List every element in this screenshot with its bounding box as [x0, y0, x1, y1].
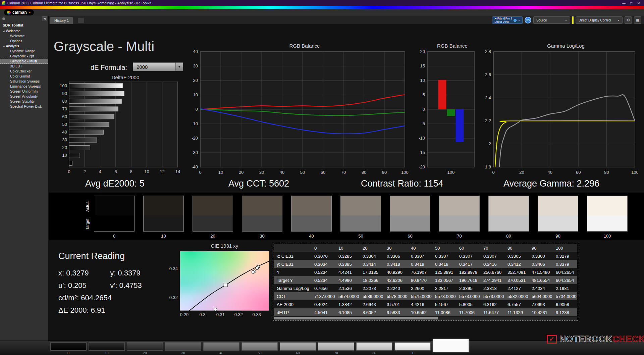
pattern-patch-80[interactable]: 80 — [356, 341, 393, 355]
sidebar-item-3d-lut[interactable]: 3D LUT — [0, 64, 48, 69]
svg-text:20: 20 — [193, 78, 198, 83]
patch-color — [165, 342, 201, 351]
svg-text:60: 60 — [62, 114, 67, 119]
table-row-cct: CCT7137.00005674.00005589.00005578.00005… — [274, 292, 577, 300]
pattern-patch-50[interactable]: 50 — [241, 341, 278, 355]
svg-text:30: 30 — [62, 137, 67, 142]
svg-text:40: 40 — [280, 170, 284, 175]
grayscale-swatch-60: 60 — [390, 196, 430, 239]
calman-logo-button[interactable]: calman ▼ — [4, 9, 34, 15]
minimize-button[interactable]: — — [621, 1, 627, 5]
swatch-actual-color — [291, 196, 331, 215]
close-button[interactable]: ✕ — [635, 1, 642, 5]
swatch-color-box — [94, 196, 135, 232]
sidebar-item-spectral-power-dist[interactable]: Spectral Power Dist. — [0, 104, 48, 109]
sidebar-item-screen-stability[interactable]: Screen Stability — [0, 99, 48, 104]
sidebar-item-grayscale-2pt[interactable]: Grayscale - 2pt — [0, 54, 48, 59]
source-select-button[interactable]: Source ▼ — [533, 16, 570, 24]
pattern-patch-30[interactable]: 30 — [165, 341, 202, 355]
sidebar-header: ◀ — [0, 16, 48, 22]
sidebar-item-screen-uniformity[interactable]: Screen Uniformity — [0, 89, 48, 94]
sidebar-item-welcome[interactable]: Welcome — [0, 34, 48, 39]
grayscale-swatch-50: 50 — [340, 196, 381, 239]
svg-text:12: 12 — [160, 169, 164, 174]
titlebar: Calman 2022 Calman Ultimate for Business… — [0, 0, 644, 6]
swatch-target-color — [94, 215, 134, 231]
table-row-label: CCT — [274, 292, 312, 300]
sidebar: ◀ SDR Toolkit ◢WelcomeWelcomeOptions◢Ana… — [0, 16, 49, 341]
svg-text:2: 2 — [489, 141, 491, 146]
table-cell: 8.6052 — [360, 308, 384, 316]
source-label: Source — [536, 18, 547, 22]
pattern-patch-0[interactable]: 0 — [50, 341, 87, 355]
table-row-deitp: dEITP4.50416.10858.60529.583310.656211.0… — [274, 308, 577, 316]
swatch-level-label: 80 — [488, 234, 529, 239]
reading-x: x: 0.3279 — [58, 267, 108, 279]
pattern-patch-90[interactable]: 90 — [394, 341, 431, 355]
sidebar-item-screen-angularity[interactable]: Screen Angularity — [0, 94, 48, 99]
display-control-select-button[interactable]: Direct Display Control ▼ — [576, 16, 623, 24]
pattern-patch-20[interactable]: 20 — [127, 341, 164, 355]
svg-text:20: 20 — [239, 170, 244, 175]
table-cell: 11.7006 — [457, 308, 481, 316]
table-cell: 274.2941 — [481, 276, 505, 284]
table-cell: 0.5234 — [312, 268, 336, 276]
table-row-label: Target Y — [274, 276, 312, 284]
pattern-patch-10[interactable]: 10 — [89, 341, 125, 355]
sidebar-title: SDR Toolkit — [0, 22, 48, 29]
table-cell: 80.9470 — [408, 276, 432, 284]
svg-text:0: 0 — [199, 170, 201, 175]
swatch-color-box — [587, 196, 628, 232]
swatch-target-color — [242, 215, 282, 231]
sidebar-item-color-gamut[interactable]: Color Gamut — [0, 74, 48, 79]
swatch-level-label: 20 — [193, 234, 233, 239]
pattern-patch-70[interactable]: 70 — [318, 341, 355, 355]
table-cell: 2.6943 — [360, 300, 384, 308]
pattern-patch-40[interactable]: 40 — [203, 341, 240, 355]
swatch-target-color — [341, 215, 381, 231]
svg-text:10: 10 — [144, 169, 149, 174]
pattern-patch-100[interactable] — [433, 341, 470, 355]
table-row-y: Y0.52344.424117.313540.929076.1907125.38… — [274, 268, 577, 276]
meter-select-button[interactable]: X-Rite i1Pro 2 Direct View ▼ — [492, 16, 523, 24]
reading-count-badge[interactable]: 227 — [525, 17, 531, 23]
table-cell: 40.9290 — [384, 268, 408, 276]
svg-text:40: 40 — [62, 130, 67, 135]
sidebar-item-colorchecker[interactable]: ColorChecker — [0, 69, 48, 74]
table-cell: 3.5701 — [384, 300, 408, 308]
maximize-button[interactable]: □ — [628, 1, 635, 5]
patch-level-label: 60 — [280, 351, 316, 355]
svg-text:2.4: 2.4 — [485, 95, 491, 100]
settings-button[interactable]: ⚙ — [625, 16, 632, 24]
scrollbar-thumb[interactable] — [274, 317, 438, 319]
table-row-label: ΔE 2000 — [274, 300, 312, 308]
sidebar-item-options[interactable]: Options — [0, 39, 48, 44]
sidebar-item-luminance-sweeps[interactable]: Luminance Sweeps — [0, 84, 48, 89]
calman-logo-icon — [7, 11, 11, 14]
de-formula-select[interactable]: 2000 ▼ — [133, 62, 183, 71]
svg-text:6: 6 — [114, 169, 117, 174]
svg-text:2: 2 — [84, 169, 86, 174]
deltae-chart: DeltaE 2000 0246810121410090807060504030… — [54, 74, 182, 177]
table-cell: 4.5041 — [312, 308, 336, 316]
table-header-cell: 20 — [360, 244, 384, 252]
sidebar-item-saturation-sweeps[interactable]: Saturation Sweeps — [0, 79, 48, 84]
grayscale-swatch-10: 10 — [143, 196, 184, 239]
pattern-window-button[interactable]: ▦ — [634, 16, 641, 24]
svg-text:40: 40 — [548, 170, 552, 175]
table-cell: 5575.0000 — [408, 292, 432, 300]
sidebar-item-grayscale-multi[interactable]: Grayscale - Multi — [0, 59, 48, 64]
swatch-level-label: 30 — [242, 234, 282, 239]
table-cell: 0.3417 — [457, 260, 481, 268]
sidebar-group-welcome[interactable]: ◢Welcome — [0, 29, 48, 34]
pattern-patch-60[interactable]: 60 — [280, 341, 317, 355]
swatch-actual-color — [439, 196, 479, 215]
sidebar-group-analysis[interactable]: ◢Analysis — [0, 44, 48, 49]
sidebar-tree: ◢WelcomeWelcomeOptions◢AnalysisDynamic R… — [0, 29, 48, 109]
sidebar-item-dynamic-range[interactable]: Dynamic Range — [0, 49, 48, 54]
table-cell: 471.5480 — [529, 268, 553, 276]
new-tab-button[interactable] — [78, 18, 84, 23]
sidebar-collapse-button[interactable]: ◀ — [42, 16, 47, 21]
tab-history-1[interactable]: History 1 — [50, 17, 73, 24]
svg-text:80: 80 — [604, 170, 609, 175]
